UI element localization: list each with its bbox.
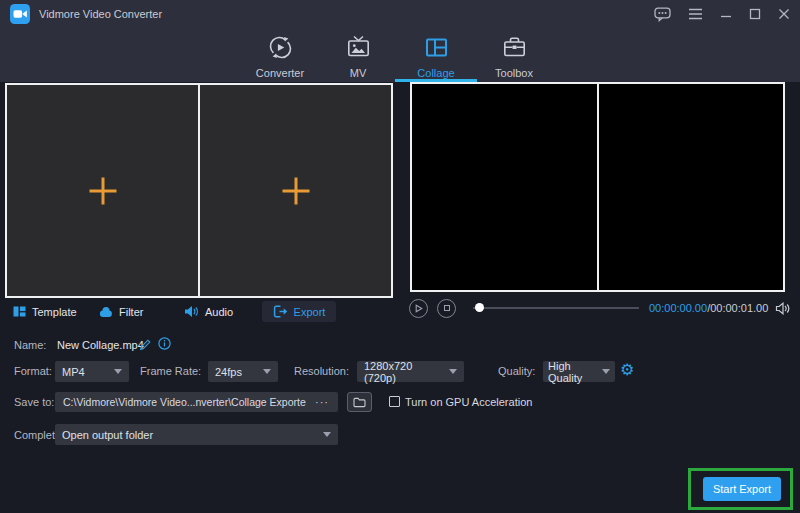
save-path-value: C:\Vidmore\Vidmore Video...nverter\Colla… xyxy=(55,396,306,408)
export-icon xyxy=(273,305,288,318)
playback-bar: 00:00:00.00/00:00:01.00 xyxy=(409,298,791,318)
audio-icon xyxy=(184,305,199,318)
tab-export-label: Export xyxy=(294,306,326,318)
tab-collage-label: Collage xyxy=(417,67,454,79)
tab-converter-label: Converter xyxy=(256,67,304,79)
toolbox-icon xyxy=(501,34,528,65)
collage-editor xyxy=(5,83,393,298)
tab-collage[interactable]: Collage xyxy=(400,28,472,82)
stop-square-icon xyxy=(444,305,450,311)
save-to-label: Save to: xyxy=(14,396,54,408)
minimize-icon[interactable] xyxy=(720,8,732,20)
time-display: 00:00:00.00/00:00:01.00 xyxy=(649,302,768,314)
complete-select[interactable]: Open output folder xyxy=(55,424,338,445)
play-button[interactable] xyxy=(409,299,428,318)
caret-down-icon xyxy=(449,369,457,374)
save-path-field[interactable]: C:\Vidmore\Vidmore Video...nverter\Colla… xyxy=(55,392,338,412)
app-window: Vidmore Video Converter xyxy=(0,0,800,513)
video-preview xyxy=(410,82,785,292)
window-controls xyxy=(654,0,790,28)
format-label: Format: xyxy=(14,365,52,377)
collage-slot-2[interactable] xyxy=(200,85,391,296)
browse-button[interactable]: ··· xyxy=(306,396,338,408)
caret-down-icon xyxy=(114,369,122,374)
seek-slider[interactable] xyxy=(473,299,639,318)
tab-mv-label: MV xyxy=(350,67,367,79)
maximize-icon[interactable] xyxy=(749,8,761,20)
tab-filter[interactable]: Filter xyxy=(99,301,143,322)
resolution-label: Resolution: xyxy=(294,365,349,377)
tab-export[interactable]: Export xyxy=(262,301,336,322)
mv-icon xyxy=(345,34,372,65)
info-icon[interactable] xyxy=(158,337,171,350)
frame-rate-select[interactable]: 24fps xyxy=(208,361,278,382)
open-folder-button[interactable] xyxy=(347,392,372,412)
feedback-icon[interactable] xyxy=(654,6,671,22)
gpu-acceleration-checkbox[interactable] xyxy=(389,396,400,407)
filter-icon xyxy=(99,306,113,318)
edit-name-icon[interactable] xyxy=(139,338,152,351)
frame-rate-value: 24fps xyxy=(215,366,242,378)
preview-pane-1 xyxy=(412,84,599,290)
resolution-select[interactable]: 1280x720 (720p) xyxy=(357,361,464,382)
settings-gear-icon[interactable]: ⚙ xyxy=(620,362,634,378)
tab-audio[interactable]: Audio xyxy=(184,301,233,322)
tab-template[interactable]: Template xyxy=(13,301,77,322)
tab-audio-label: Audio xyxy=(205,306,233,318)
caret-down-icon xyxy=(263,369,271,374)
tab-toolbox-label: Toolbox xyxy=(495,67,533,79)
tab-template-label: Template xyxy=(32,306,77,318)
app-title: Vidmore Video Converter xyxy=(39,8,162,20)
seek-handle[interactable] xyxy=(475,303,484,312)
format-select[interactable]: MP4 xyxy=(55,361,129,382)
tab-mv[interactable]: MV xyxy=(322,28,394,82)
main-nav: Converter MV xyxy=(0,28,800,82)
caret-down-icon xyxy=(602,369,610,374)
start-export-button[interactable]: Start Export xyxy=(703,477,781,501)
preview-pane-2 xyxy=(599,84,784,290)
name-value: New Collage.mp4 xyxy=(57,339,144,351)
add-media-plus-icon xyxy=(89,177,116,204)
collage-slot-1[interactable] xyxy=(7,85,200,296)
current-time: 00:00:00.00 xyxy=(649,302,707,314)
stop-button[interactable] xyxy=(437,299,456,318)
quality-value: High Quality xyxy=(548,360,599,384)
quality-select[interactable]: High Quality xyxy=(543,361,615,382)
volume-icon[interactable] xyxy=(775,302,791,315)
titlebar: Vidmore Video Converter xyxy=(0,0,800,28)
tab-filter-label: Filter xyxy=(119,306,143,318)
total-time: 00:00:01.00 xyxy=(710,302,768,314)
resolution-value: 1280x720 (720p) xyxy=(364,360,443,384)
app-logo-icon xyxy=(10,4,30,24)
tab-converter[interactable]: Converter xyxy=(244,28,316,82)
quality-label: Quality: xyxy=(498,365,535,377)
template-icon xyxy=(13,305,26,318)
format-value: MP4 xyxy=(62,366,85,378)
menu-icon[interactable] xyxy=(688,8,703,20)
complete-value: Open output folder xyxy=(62,429,153,441)
tab-toolbox[interactable]: Toolbox xyxy=(478,28,550,82)
name-label: Name: xyxy=(14,339,46,351)
seek-track xyxy=(473,307,639,309)
converter-icon xyxy=(267,34,294,65)
gpu-acceleration-label: Turn on GPU Acceleration xyxy=(405,396,532,408)
gear-glyph: ⚙ xyxy=(620,362,634,378)
frame-rate-label: Frame Rate: xyxy=(140,365,201,377)
main-nav-tabs: Converter MV xyxy=(244,28,556,82)
close-icon[interactable] xyxy=(778,8,790,20)
collage-icon xyxy=(423,34,450,65)
caret-down-icon xyxy=(323,432,331,437)
add-media-plus-icon xyxy=(282,177,309,204)
